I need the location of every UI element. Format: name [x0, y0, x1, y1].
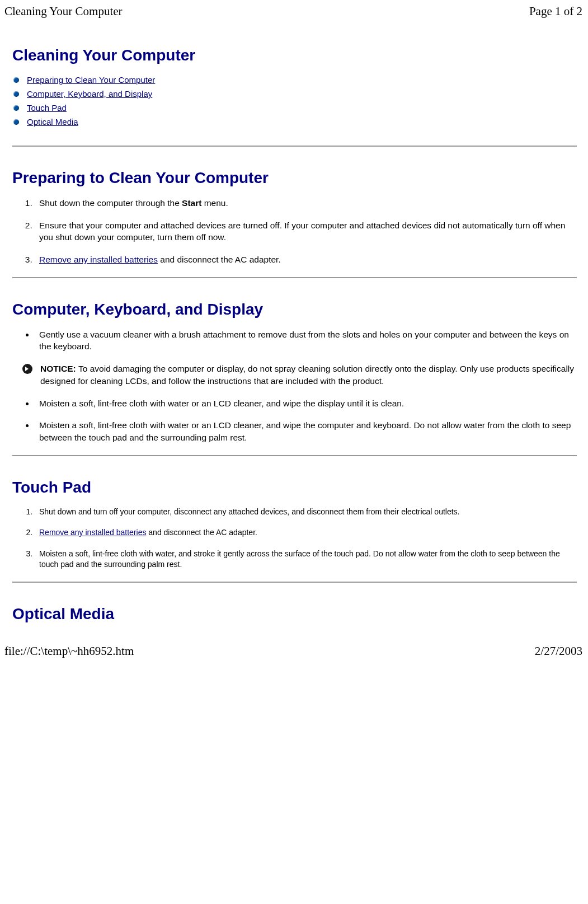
list-item: Moisten a soft, lint-free cloth with wat… — [35, 419, 577, 443]
ckd-list-2: Moisten a soft, lint-free cloth with wat… — [12, 397, 577, 444]
bullet-icon — [13, 91, 19, 97]
text: and disconnect the AC adapter. — [158, 255, 281, 264]
text: Shut down the computer through the — [39, 198, 182, 208]
section-heading-preparing: Preparing to Clean Your Computer — [12, 169, 577, 187]
list-item: Shut down the computer through the Start… — [35, 197, 577, 209]
list-item: Remove any installed batteries and disco… — [35, 527, 577, 538]
link-remove-batteries[interactable]: Remove any installed batteries — [39, 528, 146, 537]
bullet-icon — [13, 105, 19, 111]
footer-filepath: file://C:\temp\~hh6952.htm — [4, 644, 134, 658]
page-header: Cleaning Your Computer Page 1 of 2 — [0, 0, 588, 30]
list-item: Gently use a vacuum cleaner with a brush… — [35, 329, 577, 353]
nav-link-computer-keyboard-display[interactable]: Computer, Keyboard, and Display — [27, 89, 152, 99]
section-heading-optical-media: Optical Media — [12, 605, 577, 623]
nav-item: Touch Pad — [12, 101, 577, 115]
divider — [12, 146, 577, 147]
ckd-list-1: Gently use a vacuum cleaner with a brush… — [12, 329, 577, 353]
header-title: Cleaning Your Computer — [4, 4, 123, 18]
nav-item: Computer, Keyboard, and Display — [12, 87, 577, 101]
link-remove-batteries[interactable]: Remove any installed batteries — [39, 255, 158, 264]
list-item: Moisten a soft, lint-free cloth with wat… — [35, 549, 577, 570]
bullet-icon — [13, 119, 19, 125]
nav-link-optical-media[interactable]: Optical Media — [27, 117, 78, 127]
preparing-list: Shut down the computer through the Start… — [12, 197, 577, 266]
nav-item: Optical Media — [12, 115, 577, 129]
bold-text: Start — [182, 198, 201, 208]
notice-label: NOTICE: — [40, 364, 78, 373]
footer-date: 2/27/2003 — [535, 644, 582, 658]
notice-icon — [22, 364, 32, 374]
divider — [12, 277, 577, 278]
nav-link-touch-pad[interactable]: Touch Pad — [27, 103, 67, 113]
notice-block: NOTICE: To avoid damaging the computer o… — [12, 363, 577, 387]
list-item: Moisten a soft, lint-free cloth with wat… — [35, 397, 577, 410]
page-title: Cleaning Your Computer — [12, 46, 577, 64]
bullet-icon — [13, 77, 19, 83]
list-item: Remove any installed batteries and disco… — [35, 254, 577, 266]
content-area: Cleaning Your Computer Preparing to Clea… — [0, 46, 588, 623]
nav-list: Preparing to Clean Your Computer Compute… — [12, 73, 577, 129]
page-footer: file://C:\temp\~hh6952.htm 2/27/2003 — [0, 633, 588, 663]
text: and disconnect the AC adapter. — [146, 528, 257, 537]
section-heading-computer-keyboard-display: Computer, Keyboard, and Display — [12, 301, 577, 318]
nav-link-preparing[interactable]: Preparing to Clean Your Computer — [27, 75, 155, 85]
text: menu. — [201, 198, 228, 208]
divider — [12, 582, 577, 583]
nav-item: Preparing to Clean Your Computer — [12, 73, 577, 87]
notice-text-wrapper: NOTICE: To avoid damaging the computer o… — [40, 363, 577, 387]
list-item: Shut down and turn off your computer, di… — [35, 507, 577, 518]
header-page-info: Page 1 of 2 — [529, 4, 582, 18]
list-item: Ensure that your computer and attached d… — [35, 219, 577, 243]
divider — [12, 455, 577, 456]
section-heading-touch-pad: Touch Pad — [12, 479, 577, 497]
touchpad-list: Shut down and turn off your computer, di… — [12, 507, 577, 570]
notice-body: To avoid damaging the computer or displa… — [40, 364, 574, 386]
